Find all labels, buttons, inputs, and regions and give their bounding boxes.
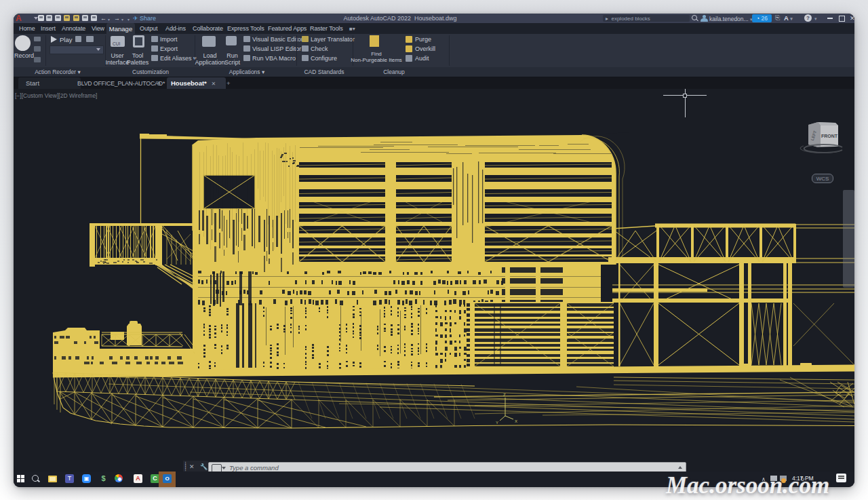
svg-text:X: X <box>515 419 517 423</box>
svg-text:Z: Z <box>503 393 506 397</box>
svg-text:FRONT: FRONT <box>821 134 838 138</box>
svg-text:Y: Y <box>496 421 498 425</box>
